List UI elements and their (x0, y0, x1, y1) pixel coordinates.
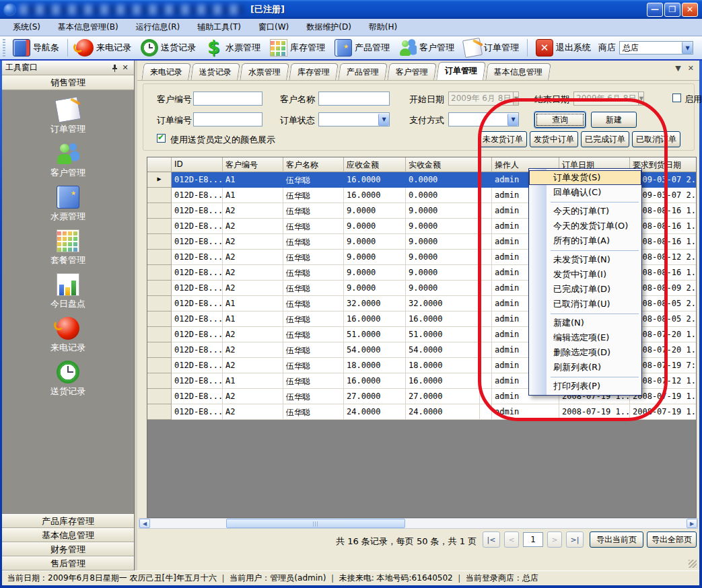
toolbar-grip[interactable] (3, 39, 5, 57)
row-selector[interactable] (147, 327, 172, 342)
row-selector[interactable] (147, 311, 172, 327)
cancelled-orders-button[interactable]: 已取消订单 (632, 131, 680, 147)
context-menu-item[interactable]: 未发货订单(N) (529, 252, 641, 267)
scroll-right-icon[interactable]: ▶ (687, 519, 697, 528)
customer-name-input[interactable] (318, 91, 390, 106)
sidebar-section-header[interactable]: 销售管理 (2, 75, 134, 90)
export-all-pages-button[interactable]: 导出全部页 (647, 531, 697, 548)
tab[interactable]: 水票管理 (240, 63, 289, 80)
sidebar-item[interactable]: 水票管理 (2, 186, 134, 223)
shop-select[interactable]: 总店 ▼ (619, 41, 693, 54)
checkbox-icon[interactable] (672, 94, 681, 102)
prev-page-button[interactable]: < (504, 531, 519, 548)
row-selector[interactable] (147, 358, 172, 373)
tab[interactable]: 产品管理 (338, 63, 388, 80)
sidebar-section-button[interactable]: 产品库存管理 (2, 514, 134, 528)
scrollbar-thumb[interactable] (226, 519, 405, 528)
sidebar-section-button[interactable]: 售后管理 (2, 556, 134, 571)
context-menu-item[interactable]: 已取消订单(U) (529, 297, 641, 311)
tab[interactable]: 库存管理 (289, 63, 339, 80)
export-current-page-button[interactable]: 导出当前页 (590, 531, 643, 548)
column-header[interactable]: 客户编号 (223, 157, 283, 172)
context-menu-item[interactable]: 订单发货(S) (529, 170, 641, 185)
sidebar-item[interactable]: 客户管理 (2, 142, 134, 179)
scroll-left-icon[interactable]: ◀ (139, 519, 150, 528)
context-menu-item[interactable]: 所有的订单(A) (529, 233, 641, 248)
tab[interactable]: 订单管理 (436, 62, 486, 80)
tab-list-dropdown-icon[interactable]: ▼ (675, 64, 680, 73)
enable-checkbox[interactable] (672, 93, 681, 103)
toolbar-button[interactable]: 水票管理 (202, 38, 264, 58)
context-menu-item[interactable]: 删除选定项(D) (529, 345, 641, 360)
last-page-button[interactable]: >| (566, 531, 584, 548)
chevron-down-icon[interactable]: ▼ (507, 114, 518, 126)
chevron-down-icon[interactable]: ▼ (682, 42, 693, 54)
next-page-button[interactable]: > (547, 531, 562, 548)
toolbar-button[interactable]: 来电记录 (73, 38, 135, 58)
context-menu-item[interactable]: 今天的发货订单(O) (529, 219, 641, 233)
resize-grip[interactable] (689, 560, 697, 568)
tab[interactable]: 来电记录 (141, 63, 191, 80)
row-selector[interactable] (147, 250, 172, 265)
first-page-button[interactable]: |< (483, 531, 500, 548)
pin-icon[interactable] (109, 63, 120, 73)
menu-item[interactable]: 窗口(W) (250, 19, 297, 36)
column-header[interactable]: 客户名称 (283, 157, 344, 172)
row-selector[interactable] (147, 203, 172, 219)
toolbar-button[interactable]: 退出系统 (532, 38, 594, 58)
end-date-picker[interactable]: 2009年 6月 8日 ▼ (573, 91, 644, 106)
menu-item[interactable]: 帮助(H) (360, 19, 406, 36)
row-selector[interactable] (147, 342, 172, 358)
row-selector[interactable] (147, 373, 172, 389)
close-button[interactable]: ✕ (682, 3, 698, 17)
menu-item[interactable]: 数据维护(D) (297, 19, 360, 36)
menu-item[interactable]: 基本信息管理(B) (49, 19, 127, 36)
maximize-button[interactable]: ❐ (664, 3, 680, 17)
close-icon[interactable]: ✕ (120, 63, 131, 73)
context-menu-item[interactable]: 打印列表(P) (529, 379, 641, 394)
page-number-input[interactable]: 1 (523, 532, 543, 547)
tab-close-icon[interactable]: ✕ (688, 64, 694, 73)
toolbar-button[interactable]: 产品管理 (331, 38, 393, 58)
context-menu-item[interactable]: 回单确认(C) (529, 185, 641, 200)
sidebar-item[interactable]: 来电记录 (2, 317, 134, 354)
context-menu-item[interactable]: 新建(N) (529, 316, 641, 330)
context-menu-item[interactable]: 编辑选定项(E) (529, 330, 641, 345)
context-menu-item[interactable]: 今天的订单(T) (529, 204, 641, 219)
tab[interactable]: 客户管理 (387, 63, 437, 80)
row-selector[interactable] (147, 296, 172, 311)
order-id-input[interactable] (193, 112, 262, 126)
checkbox-checked-icon[interactable] (157, 134, 166, 143)
new-button[interactable]: 新建 (591, 112, 637, 128)
sidebar-item[interactable]: 今日盘点 (2, 273, 134, 310)
sidebar-item[interactable]: 订单管理 (2, 98, 134, 135)
sidebar-item[interactable]: 送货记录 (2, 361, 134, 398)
tab[interactable]: 送货记录 (190, 63, 240, 80)
context-menu-item[interactable]: 刷新列表(R) (529, 360, 641, 375)
minimize-button[interactable]: — (647, 3, 663, 17)
query-button[interactable]: 查询 (534, 112, 586, 128)
row-selector[interactable] (147, 281, 172, 296)
order-status-select[interactable]: ▼ (318, 112, 390, 126)
row-selector[interactable] (147, 404, 172, 420)
sidebar-item[interactable]: 套餐管理 (2, 229, 134, 266)
toolbar-button[interactable]: 客户管理 (396, 38, 458, 58)
sidebar-section-button[interactable]: 财务管理 (2, 542, 134, 556)
context-menu-item[interactable]: 已完成订单(D) (529, 282, 641, 297)
chevron-down-icon[interactable]: ▼ (378, 114, 389, 126)
row-selector[interactable] (147, 234, 172, 250)
horizontal-scrollbar[interactable]: ◀ ▶ (139, 518, 698, 529)
customer-id-input[interactable] (193, 91, 262, 106)
row-selector[interactable] (147, 219, 172, 234)
completed-orders-button[interactable]: 已完成订单 (581, 131, 629, 147)
toolbar-button[interactable]: 库存管理 (267, 38, 328, 58)
tab[interactable]: 基本信息管理 (485, 63, 551, 80)
menu-item[interactable]: 系统(S) (4, 19, 49, 36)
toolbar-button[interactable]: 送货记录 (137, 38, 199, 58)
menu-item[interactable]: 辅助工具(T) (188, 19, 250, 36)
toolbar-button[interactable]: 订单管理 (460, 38, 522, 58)
column-header-selector[interactable] (147, 157, 172, 172)
table-row[interactable]: 012D-E8... A2 伍华聪 24.0000 24.0000 admin … (147, 404, 696, 420)
toolbar-button[interactable]: 导航条 (9, 38, 63, 58)
color-checkbox[interactable] (157, 133, 166, 143)
